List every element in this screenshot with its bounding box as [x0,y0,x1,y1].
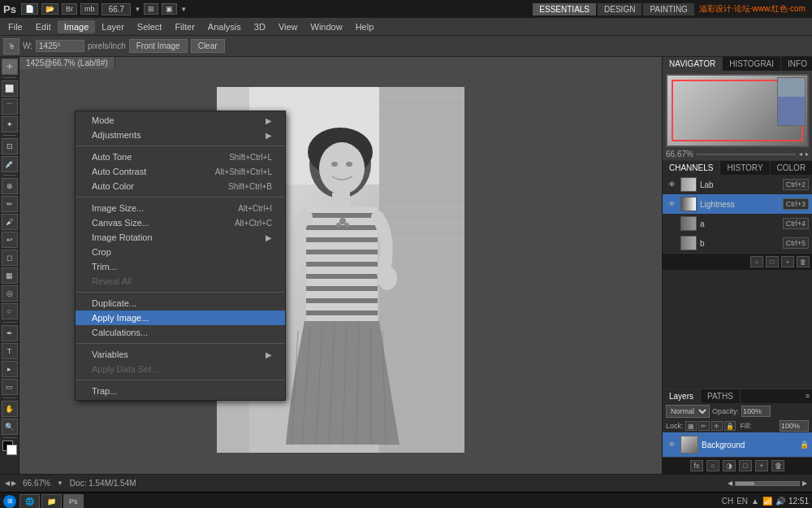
scroll-right-btn[interactable]: ▶ [802,480,807,487]
history-tab[interactable]: HISTORY [720,161,770,175]
scroll-left-btn[interactable]: ◀ [728,480,732,487]
clear-btn[interactable]: Clear [191,39,225,53]
menu-apply-image[interactable]: Apply Image... [76,310,285,325]
zoom-tool[interactable]: 🔍 [2,419,18,435]
new-layer-btn[interactable]: + [755,460,768,471]
channel-visibility-b[interactable] [666,237,677,249]
menu-edit[interactable]: Edit [29,20,58,33]
menu-analysis[interactable]: Analysis [201,20,248,33]
menu-view[interactable]: View [272,20,304,33]
navigator-tab[interactable]: NAVIGATOR [663,57,723,71]
path-selection-tool[interactable]: ▸ [2,361,18,377]
menu-image-rotation[interactable]: Image Rotation ▶ [76,230,285,245]
opacity-input[interactable] [741,406,771,417]
open-icon[interactable]: 📂 [41,3,58,15]
paths-tab[interactable]: PATHS [701,389,741,403]
channel-visibility-lab[interactable]: 👁 [666,179,677,190]
show-hidden-btn[interactable]: ▲ [751,497,759,506]
eraser-tool[interactable]: ◻ [2,250,18,266]
canvas-tab[interactable]: 1425@66.7% (Lab/8#) [19,57,115,69]
menu-3d[interactable]: 3D [248,20,272,33]
layer-styles-btn[interactable]: fx [690,460,703,471]
menu-auto-contrast[interactable]: Auto Contrast Alt+Shift+Ctrl+L [76,164,285,179]
pen-tool[interactable]: ✒ [2,325,18,341]
color-tab[interactable]: COLOR [771,161,812,175]
blend-mode-select[interactable]: Normal [666,405,710,418]
painting-tab[interactable]: PAINTING [643,3,693,15]
channel-visibility-lightness[interactable]: 👁 [666,198,677,210]
lock-transparent-btn[interactable]: ▦ [685,421,697,431]
new-channel-btn[interactable]: + [781,256,794,267]
menu-window[interactable]: Window [304,20,349,33]
lock-position-btn[interactable]: ✛ [711,421,723,431]
lasso-tool[interactable]: ⌒ [2,98,18,115]
info-tab[interactable]: INFO [781,57,812,71]
load-selection-btn[interactable]: ○ [750,256,763,267]
menu-layer[interactable]: Layer [95,20,131,33]
background-color[interactable] [6,445,17,455]
zoom-out-btn[interactable]: ◂ [799,150,802,158]
right-arrow-icon[interactable]: ▶ [11,480,16,487]
arrange-icon[interactable]: ⊞ [144,3,158,15]
nav-prev-btn[interactable]: ◀ ▶ [5,480,16,487]
width-input[interactable] [36,40,84,52]
blur-tool[interactable]: ◎ [2,285,18,302]
adjustment-layer-btn[interactable]: ◑ [723,460,736,471]
gradient-tool[interactable]: ▦ [2,267,18,284]
menu-crop[interactable]: Crop [76,245,285,259]
menu-duplicate[interactable]: Duplicate... [76,296,285,310]
channel-visibility-a[interactable] [666,218,677,229]
channel-row-a[interactable]: a Ctrl+4 [663,214,812,233]
dodge-tool[interactable]: ○ [2,303,18,319]
histogram-tab[interactable]: HISTOGRAI [723,57,781,71]
healing-tool[interactable]: ⊕ [2,178,18,194]
channel-row-lab[interactable]: 👁 Lab Ctrl+2 [663,175,812,194]
layers-tab[interactable]: Layers [663,389,701,403]
front-image-btn[interactable]: Front Image [129,39,188,53]
quick-select-tool[interactable]: ✦ [2,116,18,132]
menu-apply-data-set[interactable]: Apply Data Set... [76,362,285,376]
layer-row-background[interactable]: 👁 Background 🔒 [663,432,812,457]
menu-auto-color[interactable]: Auto Color Shift+Ctrl+B [76,179,285,193]
channel-row-b[interactable]: b Ctrl+5 [663,233,812,253]
start-button[interactable]: ⊞ [3,495,16,508]
menu-file[interactable]: File [2,20,29,33]
brush-tool[interactable]: ✏ [2,196,18,212]
zoom-arrow[interactable]: ▼ [134,6,140,13]
channels-tab[interactable]: CHANNELS [663,161,720,175]
hand-tool[interactable]: ✋ [2,401,18,417]
taskbar-photoshop[interactable]: Ps [63,494,84,509]
bridge-icon[interactable]: Br [62,3,77,15]
delete-channel-btn[interactable]: 🗑 [797,256,810,267]
text-tool[interactable]: T [2,343,18,359]
zoom-input[interactable] [102,3,131,15]
horizontal-scrollbar[interactable] [735,481,800,486]
shape-tool[interactable]: ▭ [2,379,18,395]
channel-row-lightness[interactable]: 👁 Lightness Ctrl+3 [663,194,812,214]
screen-icon[interactable]: ▣ [162,3,177,15]
design-tab[interactable]: DESIGN [598,3,641,15]
zoom-slider[interactable] [697,154,796,155]
move-tool[interactable]: ✛ [2,59,18,75]
layer-mask-btn[interactable]: ○ [706,460,719,471]
save-selection-btn[interactable]: □ [766,256,779,267]
history-brush-tool[interactable]: ↩ [2,232,18,248]
layer-group-btn[interactable]: □ [739,460,752,471]
menu-image-size[interactable]: Image Size... Alt+Ctrl+I [76,201,285,215]
menu-adjustments[interactable]: Adjustments ▶ [76,128,285,142]
menu-variables[interactable]: Variables ▶ [76,347,285,362]
new-doc-icon[interactable]: 📄 [21,3,38,15]
essentials-tab[interactable]: ESSENTIALS [533,3,596,15]
taskbar-ie[interactable]: 🌐 [19,494,40,509]
lock-all-btn[interactable]: 🔒 [724,421,736,431]
menu-mode[interactable]: Mode ▶ [76,113,285,128]
color-picker[interactable] [2,441,17,455]
marquee-tool[interactable]: ⬜ [2,80,18,97]
menu-trim[interactable]: Trim... [76,259,285,274]
lock-pixels-btn[interactable]: ✏ [698,421,710,431]
mini-bridge-icon[interactable]: mb [80,3,99,15]
taskbar-explorer[interactable]: 📁 [41,494,62,509]
menu-auto-tone[interactable]: Auto Tone Shift+Ctrl+L [76,150,285,164]
crop-tool[interactable]: ⊡ [2,138,18,154]
menu-trap[interactable]: Trap... [76,384,285,398]
